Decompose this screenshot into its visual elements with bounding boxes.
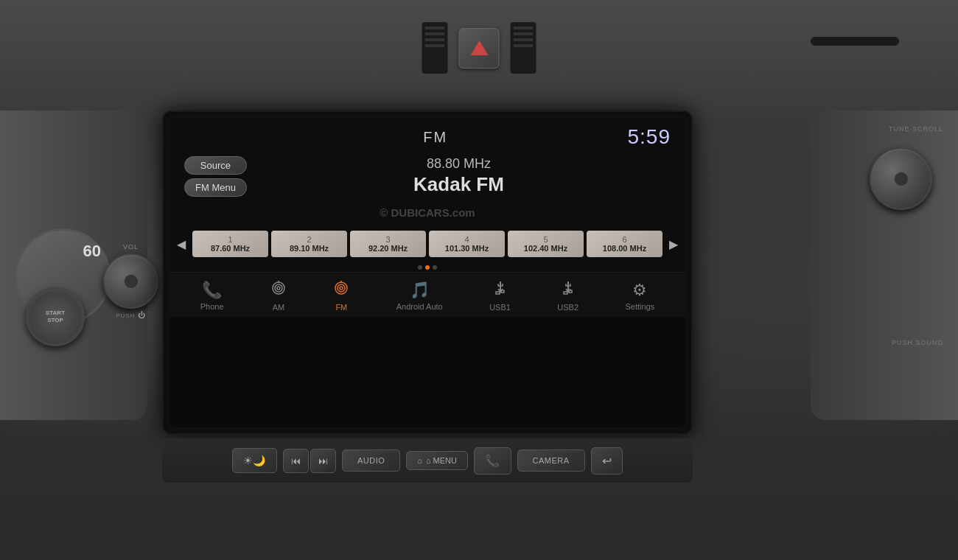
preset-6[interactable]: 6 108.00 MHz: [587, 231, 662, 257]
screen-time: 5:59: [628, 125, 671, 149]
left-vent-slot: [422, 22, 448, 74]
nav-settings-label: Settings: [625, 302, 654, 311]
push-label: PUSH ⏻: [103, 311, 158, 319]
back-button[interactable]: ↩: [591, 447, 623, 475]
preset-2-number: 2: [274, 235, 344, 244]
nav-usb1-label: USB1: [489, 303, 511, 312]
frequency-display: 88.80 MHz: [247, 156, 671, 172]
menu-button-label: ⌂ MENU: [426, 456, 457, 465]
frequency-info: 88.80 MHz Kadak FM: [247, 156, 671, 196]
preset-3-freq: 92.20 MHz: [353, 244, 423, 253]
nav-am-label: AM: [273, 303, 285, 312]
preset-5-number: 5: [511, 235, 581, 244]
nav-fm-label: FM: [335, 303, 347, 312]
preset-5[interactable]: 5 102.40 MHz: [508, 231, 584, 257]
menu-button[interactable]: ⌂ ⌂ MENU: [406, 451, 468, 470]
home-icon: ⌂: [417, 456, 422, 465]
car-dashboard: 60 STARTSTOP VOL PUSH ⏻ FM 5:59: [0, 0, 958, 560]
svg-rect-10: [501, 290, 504, 293]
camera-button[interactable]: CAMERA: [517, 449, 585, 472]
nav-am[interactable]: AM: [265, 279, 293, 313]
speed-display: 60: [83, 242, 101, 261]
screen-header: FM 5:59: [169, 118, 685, 153]
right-vent-slot: [511, 22, 536, 74]
svg-point-1: [275, 284, 282, 292]
brightness-night-button[interactable]: ☀🌙: [232, 448, 277, 473]
nav-android-auto[interactable]: 🎵 Android Auto: [391, 279, 449, 312]
right-panel: TUNE·SCROLL PUSH SOUND: [811, 111, 958, 420]
tune-scroll-knob-area: [870, 147, 932, 210]
preset-3-number: 3: [353, 235, 423, 244]
vol-knob[interactable]: [103, 253, 158, 309]
nav-fm[interactable]: FM: [327, 279, 355, 313]
track-prev-button[interactable]: ⏮: [283, 449, 309, 473]
knob-indicator: [124, 274, 139, 289]
usb2-icon: [561, 280, 576, 301]
station-name: Kadak FM: [247, 173, 671, 196]
dot-1: [418, 265, 422, 270]
preset-3[interactable]: 3 92.20 MHz: [350, 231, 426, 257]
audio-button[interactable]: AUDIO: [342, 449, 400, 472]
preset-1-freq: 87.60 MHz: [195, 244, 265, 253]
preset-1-number: 1: [195, 235, 265, 244]
infotainment-screen-wrapper: FM 5:59 Source FM Menu 88.80 MHz Kadak F…: [162, 111, 693, 435]
right-top-vent: [811, 37, 899, 46]
preset-4[interactable]: 4 101.30 MHz: [429, 231, 505, 257]
fm-menu-button[interactable]: FM Menu: [184, 178, 247, 197]
svg-point-2: [277, 287, 280, 290]
track-control-group: ⏮ ⏭: [283, 449, 336, 473]
svg-point-6: [340, 287, 343, 290]
physical-buttons-bar: ☀🌙 ⏮ ⏭ AUDIO ⌂ ⌂ MENU 📞 CAMERA ↩: [162, 438, 693, 483]
am-icon: [270, 280, 287, 301]
phone-icon: 📞: [202, 281, 222, 300]
presets-list: 1 87.60 MHz 2 89.10 MHz 3 92.20 MHz 4 10…: [192, 231, 662, 257]
vol-label: VOL: [103, 243, 158, 251]
nav-android-auto-label: Android Auto: [396, 302, 443, 311]
tune-knob-indicator: [894, 172, 909, 186]
preset-prev-arrow[interactable]: ◀: [173, 237, 189, 251]
preset-next-arrow[interactable]: ▶: [665, 237, 682, 251]
preset-1[interactable]: 1 87.60 MHz: [192, 231, 268, 257]
nav-phone-label: Phone: [200, 302, 224, 311]
nav-settings[interactable]: ⚙ Settings: [619, 279, 660, 312]
hazard-button[interactable]: [459, 28, 500, 69]
svg-rect-13: [569, 290, 572, 293]
screen-title: FM: [243, 129, 628, 146]
dot-3: [433, 265, 437, 270]
source-button[interactable]: Source: [184, 156, 247, 175]
preset-5-freq: 102.40 MHz: [511, 244, 581, 253]
preset-4-number: 4: [432, 235, 502, 244]
presets-container: ◀ 1 87.60 MHz 2 89.10 MHz 3 92.20 MHz: [169, 225, 685, 263]
preset-4-freq: 101.30 MHz: [432, 244, 502, 253]
dot-2: [425, 265, 430, 270]
freq-controls: Source FM Menu: [184, 156, 247, 197]
nav-phone[interactable]: 📞 Phone: [195, 279, 230, 312]
nav-usb1[interactable]: USB1: [483, 279, 517, 313]
fm-icon: [333, 280, 349, 301]
hazard-area: [422, 22, 536, 74]
svg-rect-12: [564, 292, 567, 294]
track-next-button[interactable]: ⏭: [310, 449, 336, 473]
settings-icon: ⚙: [632, 281, 647, 300]
freq-display-area: Source FM Menu 88.80 MHz Kadak FM: [169, 153, 685, 200]
bottom-nav: 📞 Phone AM FM 🎵 Android: [169, 272, 685, 317]
hazard-icon: [470, 41, 488, 55]
nav-usb2[interactable]: USB2: [551, 279, 584, 313]
infotainment-screen: FM 5:59 Source FM Menu 88.80 MHz Kadak F…: [169, 118, 685, 427]
start-stop-label: STARTSTOP: [46, 309, 65, 325]
svg-point-5: [338, 284, 345, 292]
preset-2-freq: 89.10 MHz: [274, 244, 344, 253]
call-button[interactable]: 📞: [474, 447, 511, 475]
svg-rect-9: [496, 292, 500, 294]
push-sound-label: PUSH SOUND: [892, 339, 943, 346]
start-stop-button[interactable]: STARTSTOP: [26, 287, 85, 346]
watermark: © DUBICARS.com: [169, 200, 685, 225]
tune-scroll-label: TUNE·SCROLL: [889, 125, 943, 133]
tune-scroll-knob[interactable]: [870, 147, 932, 210]
usb1-icon: [493, 280, 508, 301]
nav-usb2-label: USB2: [557, 303, 578, 312]
vol-knob-area: VOL PUSH ⏻: [103, 243, 158, 319]
preset-6-number: 6: [590, 235, 660, 244]
preset-2[interactable]: 2 89.10 MHz: [271, 231, 347, 257]
android-auto-icon: 🎵: [410, 281, 430, 300]
